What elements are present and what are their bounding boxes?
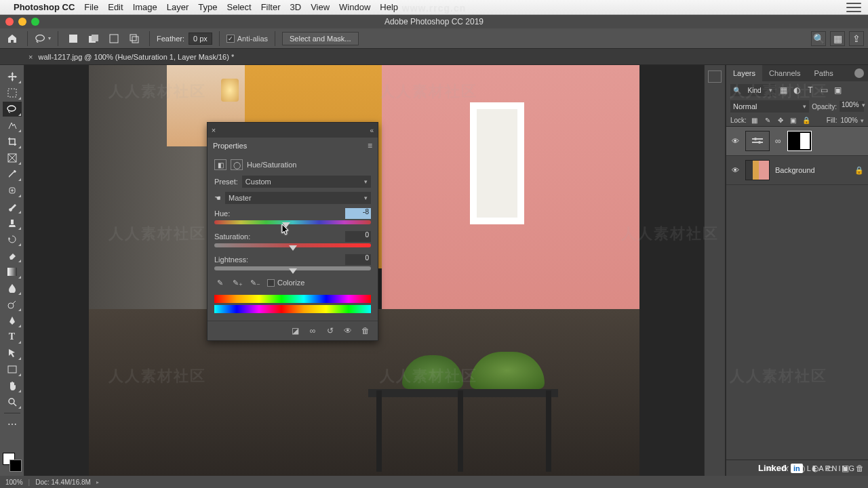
crop-tool-icon[interactable] <box>3 134 22 149</box>
layer-name[interactable]: Background <box>775 166 815 174</box>
hue-value[interactable]: -8 <box>345 208 371 219</box>
type-tool-icon[interactable]: T <box>3 329 22 344</box>
tab-layers[interactable]: Layers <box>726 65 762 81</box>
eraser-tool-icon[interactable] <box>3 248 22 263</box>
quick-select-tool-icon[interactable] <box>3 118 22 133</box>
pen-tool-icon[interactable] <box>3 313 22 328</box>
blend-mode-dropdown[interactable]: Normal <box>730 100 809 113</box>
collapsed-panel-icon[interactable] <box>708 70 722 83</box>
selection-add-icon[interactable] <box>85 30 102 47</box>
edit-toolbar-icon[interactable]: ⋯ <box>3 417 22 432</box>
shape-tool-icon[interactable] <box>3 362 22 377</box>
eyedropper-add-icon[interactable]: ✎₊ <box>232 277 243 288</box>
menu-edit[interactable]: Edit <box>108 2 123 12</box>
lock-position-icon[interactable]: ✥ <box>776 115 785 125</box>
clip-to-layer-icon[interactable]: ◪ <box>290 325 300 336</box>
doc-size[interactable]: Doc: 14.4M/16.8M <box>35 479 91 486</box>
lock-paint-icon[interactable]: ✎ <box>763 115 772 125</box>
saturation-value[interactable]: 0 <box>345 231 371 242</box>
menubar-right-icon[interactable] <box>846 3 861 12</box>
adjustment-thumb-icon[interactable] <box>745 131 770 151</box>
filter-shape-icon[interactable]: ▭ <box>818 85 829 96</box>
collapsed-panel-strip[interactable] <box>704 65 726 476</box>
preset-dropdown[interactable]: Custom <box>242 176 371 188</box>
eyedropper-sub-icon[interactable]: ✎₋ <box>250 277 260 288</box>
selection-subtract-icon[interactable] <box>106 30 122 47</box>
view-previous-icon[interactable]: ∞ <box>307 325 318 336</box>
history-brush-tool-icon[interactable] <box>3 232 22 247</box>
tab-paths[interactable]: Paths <box>808 65 840 81</box>
document-tab-title[interactable]: wall-1217.jpg @ 100% (Hue/Saturation 1, … <box>38 53 234 61</box>
doc-tab-close-icon[interactable]: × <box>28 53 33 61</box>
blur-tool-icon[interactable] <box>3 281 22 296</box>
workspace-switcher-icon[interactable]: ▦ <box>830 31 845 46</box>
filter-adjust-icon[interactable]: ◐ <box>791 85 802 96</box>
menu-type[interactable]: Type <box>198 2 217 12</box>
properties-panel[interactable]: × « Properties ≡ ◧ ◯ Hue/Saturation Pres… <box>207 122 378 341</box>
feather-value[interactable]: 0 px <box>189 33 212 45</box>
frame-tool-icon[interactable] <box>3 150 22 165</box>
properties-collapse-icon[interactable]: « <box>370 127 374 134</box>
fill-value[interactable]: 100% <box>840 117 864 124</box>
visibility-icon[interactable]: 👁 <box>730 166 740 174</box>
filter-type-icon[interactable]: T <box>805 85 816 96</box>
move-tool-icon[interactable] <box>3 69 22 84</box>
hand-tool-icon[interactable] <box>3 378 22 393</box>
lock-all-icon[interactable]: 🔒 <box>802 115 811 125</box>
zoom-tool-icon[interactable] <box>3 394 22 409</box>
layer-row-adjustment[interactable]: 👁 ∞ <box>726 127 868 156</box>
tab-channels[interactable]: Channels <box>762 65 807 81</box>
menu-select[interactable]: Select <box>226 2 251 12</box>
eyedropper-icon[interactable]: ✎ <box>214 277 225 288</box>
panel-menu-icon[interactable] <box>854 68 864 78</box>
delete-adjustment-icon[interactable]: 🗑 <box>360 325 371 336</box>
trash-icon[interactable]: 🗑 <box>854 463 865 474</box>
menu-3d[interactable]: 3D <box>290 2 302 12</box>
lasso-tool-icon[interactable]: ▾ <box>35 30 51 47</box>
antialias-checkbox[interactable]: ✓ Anti-alias <box>226 35 268 43</box>
app-name[interactable]: Photoshop CC <box>14 2 75 12</box>
selection-new-icon[interactable] <box>65 30 81 47</box>
path-select-tool-icon[interactable] <box>3 346 22 361</box>
reset-icon[interactable]: ↺ <box>325 325 336 336</box>
color-swatches[interactable] <box>3 453 22 472</box>
healing-brush-tool-icon[interactable] <box>3 183 22 198</box>
menu-window[interactable]: Window <box>339 2 370 12</box>
share-icon[interactable]: ⇪ <box>849 31 864 46</box>
eyedropper-tool-icon[interactable] <box>3 167 22 182</box>
properties-menu-icon[interactable]: ≡ <box>368 141 372 150</box>
marquee-tool-icon[interactable] <box>3 85 22 100</box>
saturation-slider[interactable]: Saturation: 0 <box>214 231 371 247</box>
mask-link-icon[interactable]: ∞ <box>775 136 782 146</box>
toggle-visibility-icon[interactable]: 👁 <box>342 325 353 336</box>
selection-intersect-icon[interactable] <box>126 30 142 47</box>
lasso-tool-selected-icon[interactable] <box>3 102 22 117</box>
clone-stamp-tool-icon[interactable] <box>3 216 22 230</box>
gradient-tool-icon[interactable] <box>3 264 22 279</box>
visibility-icon[interactable]: 👁 <box>730 137 740 145</box>
properties-tabbar[interactable]: × « <box>208 123 378 138</box>
menu-view[interactable]: View <box>311 2 330 12</box>
dodge-tool-icon[interactable] <box>3 297 22 312</box>
brush-tool-icon[interactable] <box>3 199 22 214</box>
layer-thumb[interactable] <box>745 160 770 180</box>
properties-close-icon[interactable]: × <box>208 126 220 134</box>
lightness-value[interactable]: 0 <box>345 254 371 265</box>
menu-image[interactable]: Image <box>133 2 157 12</box>
opacity-value[interactable]: 100% <box>840 101 864 112</box>
layer-row-background[interactable]: 👁 Background 🔒 <box>726 156 868 185</box>
menu-layer[interactable]: Layer <box>167 2 189 12</box>
menu-help[interactable]: Help <box>380 2 398 12</box>
search-icon[interactable]: 🔍 <box>811 31 826 46</box>
filter-pixel-icon[interactable]: ▦ <box>778 85 789 96</box>
menu-filter[interactable]: Filter <box>261 2 281 12</box>
select-and-mask-button[interactable]: Select and Mask... <box>282 32 359 45</box>
lightness-slider[interactable]: Lightness: 0 <box>214 254 371 270</box>
filter-kind-dropdown[interactable]: 🔍Kind <box>730 84 775 96</box>
hue-slider[interactable]: Hue: -8 <box>214 208 371 224</box>
home-icon[interactable] <box>4 30 20 47</box>
zoom-level[interactable]: 100% <box>5 479 23 486</box>
layer-mask-thumb[interactable] <box>787 131 812 151</box>
filter-smart-icon[interactable]: ▣ <box>832 85 843 96</box>
targeted-adjust-icon[interactable]: ☚ <box>214 194 221 203</box>
